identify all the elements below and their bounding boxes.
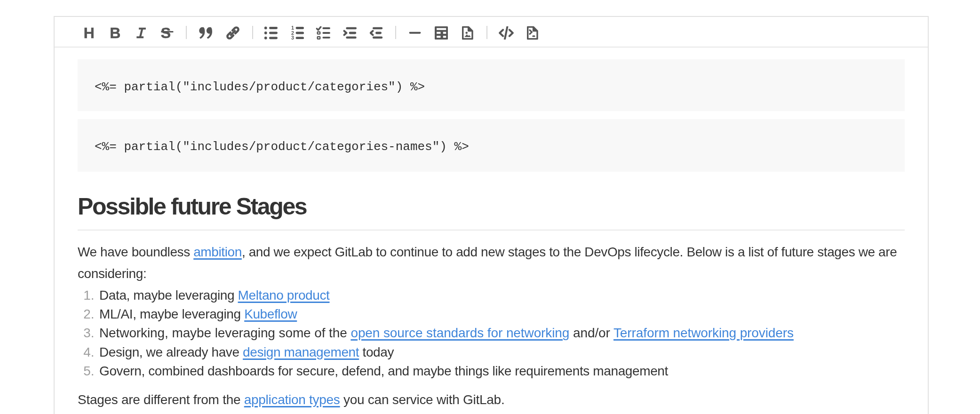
svg-text:3: 3	[291, 35, 294, 40]
